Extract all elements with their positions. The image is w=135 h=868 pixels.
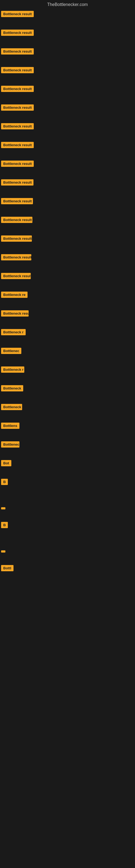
bottleneck-badge: Bottlens [1, 423, 19, 429]
list-item: Bottleneck re [0, 290, 135, 301]
list-item: Bottleneck result [0, 234, 135, 244]
bottleneck-badge: Bottleneck result [1, 236, 32, 242]
bottleneck-badge: Bottleneck result [1, 198, 33, 204]
list-item: Bottleneck result [0, 65, 135, 76]
bottleneck-badge: B [1, 479, 8, 485]
list-item: Bottlenec [0, 346, 135, 357]
list-item: Bottleneck result [0, 46, 135, 57]
bottleneck-badge: Bottleneck result [1, 142, 34, 148]
list-item: Bot [0, 458, 135, 469]
list-item: Bottleneck r [0, 328, 135, 338]
list-item: Bottleneck result [0, 122, 135, 132]
bottleneck-badge: Bottleneck result [1, 217, 32, 223]
bottleneck-badge: Bottleneck result [1, 48, 34, 55]
bottleneck-badge: Bottleneck [1, 385, 23, 392]
list-item: Bottleneck result [0, 9, 135, 20]
bottleneck-badge: B [1, 522, 8, 528]
bottleneck-badge: Bottleneck result [1, 179, 34, 186]
list-item: Bottlens [0, 421, 135, 432]
bottleneck-badge: Bottleneck result [1, 273, 31, 279]
bottleneck-badge: Bottleneck result [1, 123, 34, 129]
list-item: Bottleneck result [0, 178, 135, 188]
list-item: Bottleneck result [0, 196, 135, 207]
page-container: TheBottlenecker.com Bottleneck result Bo… [0, 0, 135, 574]
list-item: Bottleneck [0, 440, 135, 450]
bottleneck-badge [1, 550, 5, 553]
list-item: Bottleneck r [0, 365, 135, 375]
site-title: TheBottlenecker.com [0, 0, 135, 9]
bottleneck-badge: Bottleneck result [1, 86, 34, 92]
list-item: B [0, 477, 135, 488]
bottleneck-badge: Bot [1, 460, 11, 466]
bottleneck-badge: Bottlenec [1, 348, 21, 354]
list-item: Bottleneck result [0, 84, 135, 95]
list-item: Bottleneck result [0, 271, 135, 282]
bottleneck-badge: Bottleneck result [1, 254, 31, 260]
bottleneck-badge: Bottleneck [1, 441, 19, 447]
list-item: Bottleneck res [0, 402, 135, 413]
list-item: Bottleneck result [0, 159, 135, 169]
list-item [0, 504, 135, 512]
bottleneck-badge: Bottleneck result [1, 104, 34, 111]
bottleneck-badge: Bottleneck result [1, 161, 34, 167]
bottleneck-badge: Bottleneck result [1, 67, 34, 73]
bottleneck-badge: Bottleneck re [1, 291, 28, 298]
list-item: Bottl [0, 563, 135, 574]
bottleneck-badge: Bottleneck result [1, 11, 34, 17]
bottleneck-badge: Bottleneck result [1, 310, 29, 316]
bottleneck-badge: Bottl [1, 565, 13, 571]
list-item: Bottleneck result [0, 252, 135, 263]
bottleneck-badge: Bottleneck r [1, 329, 26, 335]
list-item: Bottleneck [0, 383, 135, 394]
list-item: Bottleneck result [0, 103, 135, 113]
bottleneck-badge: Bottleneck res [1, 404, 22, 410]
bottleneck-badge [1, 507, 5, 509]
list-item: Bottleneck result [0, 28, 135, 38]
bottleneck-badge: Bottleneck result [1, 30, 34, 36]
list-item: Bottleneck result [0, 140, 135, 151]
list-item [0, 547, 135, 555]
list-item: Bottleneck result [0, 309, 135, 319]
list-item: B [0, 520, 135, 531]
bottleneck-badge: Bottleneck r [1, 367, 24, 373]
list-item: Bottleneck result [0, 215, 135, 226]
